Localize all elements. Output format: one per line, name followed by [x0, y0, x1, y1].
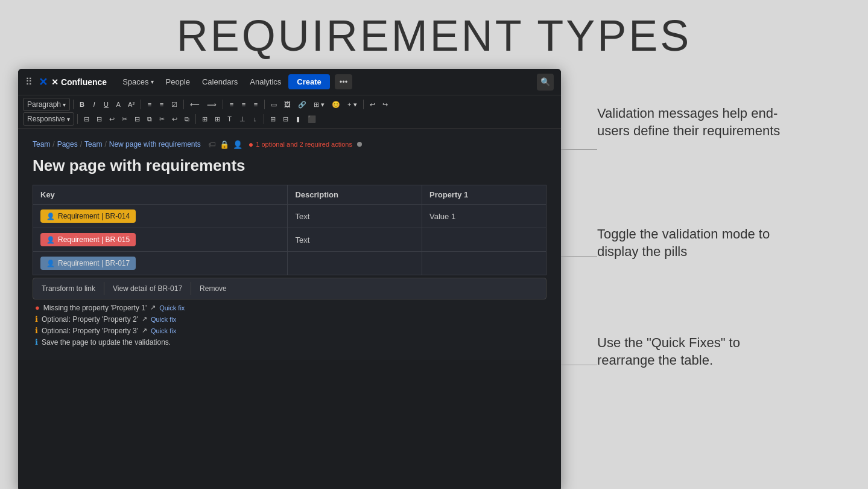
- more-button[interactable]: •••: [335, 74, 353, 89]
- tb-r15[interactable]: ⊞: [267, 113, 279, 125]
- transform-link-button[interactable]: Transform to link: [33, 282, 104, 295]
- breadcrumb-team1[interactable]: Team: [33, 140, 50, 149]
- tb-undo[interactable]: ↩: [367, 99, 378, 110]
- req-pill-br017[interactable]: 👤 Requirement | BR-017: [40, 257, 136, 270]
- tb-r17[interactable]: ▮: [293, 113, 303, 125]
- nav-spaces[interactable]: Spaces ▾: [118, 74, 158, 89]
- tb-r8[interactable]: ↩: [169, 113, 180, 125]
- val-msg-2-text: Optional: Property 'Property 2': [42, 315, 138, 324]
- responsive-selector[interactable]: Responsive ▾: [23, 112, 74, 126]
- paragraph-selector[interactable]: Paragraph ▾: [23, 98, 70, 111]
- error-icon: ●: [249, 139, 253, 149]
- row1-key[interactable]: 👤 Requirement | BR-014: [33, 205, 288, 228]
- toolbar-row-1: Paragraph ▾ B I U A A² ≡ ≡ ☑ ⟵ ⟹ ≡ ≡ ≡: [23, 98, 556, 111]
- annotation-3: Use the "Quick Fixes" to rearrange the t…: [597, 334, 778, 369]
- validation-dot: [357, 142, 362, 147]
- quickfix-3[interactable]: Quick fix: [151, 327, 176, 334]
- tb-table[interactable]: ▭: [268, 99, 280, 110]
- tb-r1[interactable]: ⊟: [81, 113, 92, 125]
- tb-sep-4: [223, 100, 223, 109]
- tb-r16[interactable]: ⊟: [280, 113, 291, 125]
- tb-r7[interactable]: ✂: [156, 113, 168, 125]
- row3-description: [288, 252, 422, 275]
- confluence-window: ⠿ ✕ ✕ Confluence Spaces ▾ People Calenda…: [18, 69, 561, 489]
- external-link-icon-1: ↗: [150, 304, 156, 312]
- nav-items: Spaces ▾ People Calendars Analytics Crea…: [118, 74, 537, 89]
- view-detail-button[interactable]: View detail of BR-017: [104, 282, 191, 295]
- val-msg-4-text: Save the page to update the validations.: [42, 338, 171, 347]
- row1-description: Text: [288, 205, 422, 228]
- tb-r18[interactable]: ⬛: [305, 113, 319, 125]
- breadcrumb-team2[interactable]: Team: [84, 140, 102, 149]
- tb-sep-8: [195, 114, 196, 124]
- tb-outdent[interactable]: ⟵: [187, 99, 203, 110]
- tb-r10[interactable]: ⊞: [199, 113, 211, 125]
- nav-analytics[interactable]: Analytics: [245, 74, 286, 89]
- tb-underline[interactable]: U: [101, 99, 112, 110]
- row3-key[interactable]: 👤 Requirement | BR-017: [33, 252, 288, 275]
- row2-property1: [422, 228, 546, 252]
- tb-italic[interactable]: I: [89, 99, 100, 110]
- tb-r2[interactable]: ⊟: [93, 113, 105, 125]
- remove-button[interactable]: Remove: [191, 282, 235, 295]
- nav-calendars[interactable]: Calendars: [197, 74, 242, 89]
- connector-3: [561, 365, 597, 365]
- req-pill-br014[interactable]: 👤 Requirement | BR-014: [40, 209, 136, 223]
- lock-icon[interactable]: 🔒: [220, 140, 229, 149]
- user-icon[interactable]: 👤: [233, 140, 242, 149]
- tb-r6[interactable]: ⧉: [144, 113, 155, 125]
- tb-layout[interactable]: ⊞ ▾: [311, 99, 328, 110]
- breadcrumb-pages[interactable]: Pages: [57, 140, 78, 149]
- validation-text: 1 optional and 2 required actions: [256, 141, 352, 148]
- tb-r13[interactable]: ⊥: [236, 113, 249, 125]
- val-msg-4: ℹ Save the page to update the validation…: [35, 337, 544, 347]
- tb-align-right[interactable]: ≡: [250, 99, 261, 110]
- tb-numbered-list[interactable]: ≡: [156, 99, 167, 110]
- table-header-row: Key Description Property 1: [33, 185, 546, 205]
- tb-indent[interactable]: ⟹: [204, 99, 220, 110]
- main-layout: ⠿ ✕ ✕ Confluence Spaces ▾ People Calenda…: [0, 69, 868, 489]
- tag-icon[interactable]: 🏷: [208, 140, 216, 149]
- tb-redo[interactable]: ↪: [379, 99, 391, 110]
- warning-bullet-icon-1: ℹ: [35, 315, 38, 324]
- pill-icon-br017: 👤: [46, 260, 55, 267]
- tb-bullet-list[interactable]: ≡: [144, 99, 155, 110]
- tb-r4[interactable]: ✂: [119, 113, 130, 125]
- tb-link[interactable]: 🔗: [295, 99, 309, 110]
- tb-task[interactable]: ☑: [168, 99, 180, 110]
- tb-bold[interactable]: B: [77, 99, 87, 110]
- row3-property1: [422, 252, 546, 275]
- tb-image[interactable]: 🖼: [281, 99, 294, 110]
- tb-insert[interactable]: + ▾: [344, 99, 360, 110]
- val-msg-1: ● Missing the property 'Property 1' ↗ Qu…: [35, 303, 544, 312]
- tb-emoji[interactable]: 😊: [329, 99, 343, 110]
- table-row: 👤 Requirement | BR-014 Text Value 1: [33, 205, 546, 228]
- validation-badge[interactable]: ● 1 optional and 2 required actions: [249, 139, 362, 149]
- tb-sep-7: [77, 114, 78, 124]
- quickfix-2[interactable]: Quick fix: [151, 316, 176, 323]
- req-pill-br015[interactable]: 👤 Requirement | BR-015: [40, 233, 136, 246]
- tb-font-color[interactable]: A: [113, 99, 124, 110]
- nav-people[interactable]: People: [161, 74, 195, 89]
- tb-r5[interactable]: ⊟: [131, 113, 143, 125]
- nav-bar: ⠿ ✕ ✕ Confluence Spaces ▾ People Calenda…: [18, 69, 561, 95]
- search-icon[interactable]: 🔍: [537, 74, 554, 91]
- tb-r11[interactable]: ⊞: [212, 113, 223, 125]
- tb-superscript[interactable]: A²: [125, 99, 138, 110]
- content-area: Team / Pages / Team / New page with requ…: [18, 129, 561, 360]
- val-msg-2: ℹ Optional: Property 'Property 2' ↗ Quic…: [35, 315, 544, 324]
- row2-key[interactable]: 👤 Requirement | BR-015: [33, 228, 288, 252]
- annotation-1: Validation messages help end-users defin…: [597, 105, 790, 139]
- tb-align-left[interactable]: ≡: [226, 99, 237, 110]
- tb-r14[interactable]: ↓: [250, 113, 261, 124]
- tb-r12[interactable]: T: [224, 113, 235, 124]
- info-bullet-icon: ℹ: [35, 337, 38, 347]
- tb-align-center[interactable]: ≡: [238, 99, 249, 110]
- tb-r3[interactable]: ↩: [106, 113, 118, 125]
- quickfix-1[interactable]: Quick fix: [159, 304, 185, 312]
- val-msg-3-text: Optional: Property 'Property 3': [42, 327, 138, 335]
- grid-icon[interactable]: ⠿: [25, 76, 33, 88]
- tb-r9[interactable]: ⧉: [182, 113, 192, 125]
- col-description: Description: [288, 185, 422, 205]
- create-button[interactable]: Create: [288, 74, 329, 89]
